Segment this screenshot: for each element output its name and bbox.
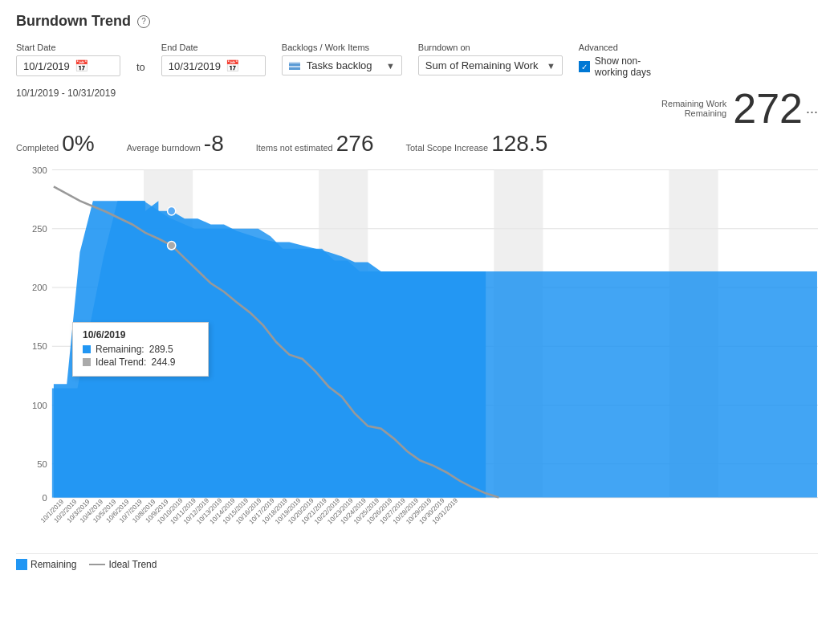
svg-point-22 bbox=[168, 207, 176, 215]
svg-text:200: 200 bbox=[32, 283, 47, 292]
to-label: to bbox=[136, 61, 145, 78]
end-date-input[interactable]: 10/31/2019 📅 bbox=[161, 55, 266, 76]
scope-label: Total Scope Increase bbox=[405, 143, 488, 153]
legend-remaining-label: Remaining bbox=[31, 559, 76, 570]
page-title: Burndown Trend bbox=[16, 13, 131, 30]
legend-ideal-line bbox=[89, 564, 105, 565]
items-value: 276 bbox=[336, 132, 374, 155]
calendar-icon: 📅 bbox=[75, 59, 113, 72]
burndown-dropdown[interactable]: Sum of Remaining Work ▼ bbox=[418, 55, 563, 75]
chevron-down-icon: ▼ bbox=[386, 61, 395, 71]
calendar-icon-end: 📅 bbox=[226, 59, 258, 72]
burndown-label: Burndown on bbox=[418, 43, 563, 52]
start-date-input[interactable]: 10/1/2019 📅 bbox=[16, 55, 120, 76]
end-date-label: End Date bbox=[161, 43, 266, 52]
svg-text:100: 100 bbox=[32, 401, 47, 410]
scope-value: 128.5 bbox=[491, 132, 547, 155]
backlog-icon bbox=[289, 62, 300, 70]
legend-remaining-swatch bbox=[16, 559, 27, 570]
svg-text:0: 0 bbox=[42, 493, 47, 503]
avg-burndown-value: -8 bbox=[204, 132, 224, 155]
svg-text:50: 50 bbox=[37, 459, 47, 469]
more-button[interactable]: ... bbox=[806, 100, 818, 117]
legend-ideal-label: Ideal Trend bbox=[108, 559, 157, 570]
backlogs-dropdown[interactable]: Tasks backlog ▼ bbox=[282, 55, 402, 75]
show-nonworking-label: Show non-working days bbox=[595, 55, 651, 78]
svg-text:250: 250 bbox=[32, 224, 47, 234]
remaining-value: 272 bbox=[733, 88, 803, 129]
svg-point-21 bbox=[168, 241, 176, 249]
chart-svg: 300 250 200 150 100 50 0 bbox=[16, 161, 818, 523]
remaining-work-label: Remaining Work bbox=[661, 99, 726, 108]
start-date-label: Start Date bbox=[16, 43, 120, 52]
chart-area: 300 250 200 150 100 50 0 bbox=[16, 161, 818, 547]
advanced-label: Advanced bbox=[579, 43, 651, 52]
remaining-sublabel: Remaining bbox=[685, 108, 727, 118]
chevron-down-icon-burndown: ▼ bbox=[547, 61, 555, 71]
show-nonworking-checkbox[interactable] bbox=[579, 61, 590, 72]
chart-legend: Remaining Ideal Trend bbox=[16, 553, 818, 570]
completed-value: 0% bbox=[62, 132, 94, 155]
svg-text:300: 300 bbox=[32, 165, 47, 175]
avg-burndown-label: Average burndown bbox=[127, 143, 201, 153]
svg-text:150: 150 bbox=[32, 341, 47, 351]
items-label: Items not estimated bbox=[256, 143, 333, 153]
date-range: 10/1/2019 - 10/31/2019 bbox=[16, 88, 116, 99]
help-icon[interactable]: ? bbox=[137, 15, 150, 28]
completed-label: Completed bbox=[16, 143, 59, 153]
backlogs-label: Backlogs / Work Items bbox=[282, 43, 402, 52]
